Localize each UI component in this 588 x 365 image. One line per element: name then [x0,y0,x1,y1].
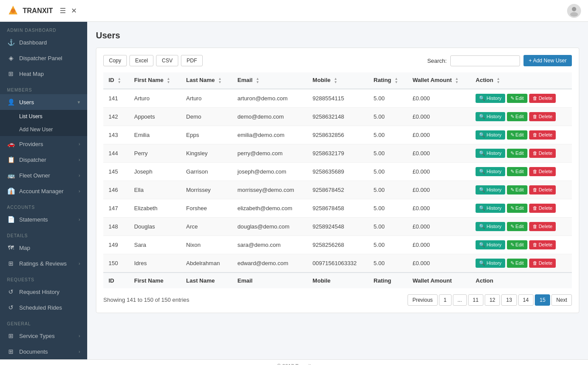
sidebar-item-fleet-owner[interactable]: 🚌 Fleet Owner › [0,167,87,183]
cell-email: douglas@demo.com [232,217,307,235]
delete-button[interactable]: 🗑 Delete [529,130,556,140]
page-button-14[interactable]: 14 [518,294,534,306]
sidebar-item-request-history[interactable]: ↺ Request History [0,284,87,300]
table-row: 149 Sara Nixon sara@demo.com 9258256268 … [103,235,572,254]
cell-wallet-amount: £0.000 [407,235,470,254]
topbar-left: TRANXIT ☰ ✕ [7,5,77,17]
close-icon[interactable]: ✕ [71,7,77,15]
sidebar-sub-add-user[interactable]: Add New User [0,123,87,136]
history-button[interactable]: 🔍 History [476,149,505,158]
edit-button[interactable]: ✎ Edit [507,130,527,140]
sidebar-item-scheduled-rides[interactable]: ↺ Scheduled Rides [0,300,87,315]
sidebar-item-users[interactable]: 👤 Users ▾ [0,94,87,110]
history-button[interactable]: 🔍 History [476,222,505,231]
sidebar-item-heat-map[interactable]: ⊞ Heat Map [0,66,87,82]
cell-wallet-amount: £0.000 [407,254,470,273]
sidebar-label-request-history: Request History [19,289,59,295]
sidebar-item-statements[interactable]: 📄 Statements › [0,211,87,227]
delete-button[interactable]: 🗑 Delete [529,204,556,213]
cell-id: 147 [103,199,129,217]
edit-button[interactable]: ✎ Edit [507,259,527,268]
documents-icon: ⊞ [7,348,15,355]
history-button[interactable]: 🔍 History [476,167,505,176]
search-input[interactable] [450,55,520,66]
cell-first-name: Idres [129,254,181,273]
table-row: 150 Idres Abdelrahman edward@demo.com 00… [103,254,572,273]
sidebar-item-dispatcher[interactable]: 📋 Dispatcher › [0,152,87,167]
sidebar-item-dashboard[interactable]: ⚓ Dashboard [0,34,87,50]
history-button[interactable]: 🔍 History [476,259,505,268]
ratings-icon: ⊞ [7,260,15,267]
table-row: 148 Douglas Arce douglas@demo.com 925892… [103,217,572,235]
topbar-right [567,4,581,18]
page-button-15[interactable]: 15 [535,294,550,306]
edit-button[interactable]: ✎ Edit [507,94,527,103]
sidebar-item-map[interactable]: 🗺 Map [0,240,87,256]
users-table-wrap: ID ▲▼ First Name ▲▼ Last Name ▲▼ Email ▲… [103,72,572,288]
cell-wallet-amount: £0.000 [407,199,470,217]
edit-button[interactable]: ✎ Edit [507,222,527,231]
edit-button[interactable]: ✎ Edit [507,149,527,158]
page-button-13[interactable]: 13 [501,294,517,306]
delete-button[interactable]: 🗑 Delete [529,259,556,268]
cell-first-name: Arturo [129,89,181,108]
delete-button[interactable]: 🗑 Delete [529,149,556,158]
delete-button[interactable]: 🗑 Delete [529,112,556,121]
providers-chevron: › [78,141,80,147]
footer-col-id: ID [103,273,129,288]
footer-col-rating: Rating [368,273,407,288]
cell-mobile: 00971561063332 [307,254,368,273]
sidebar-item-ratings-reviews[interactable]: ⊞ Ratings & Reviews › [0,256,87,271]
cell-email: emilia@demo.com [232,126,307,144]
sidebar-item-service-types[interactable]: ⊞ Service Types › [0,328,87,344]
page-button-...[interactable]: ... [453,294,467,306]
menu-icon[interactable]: ☰ [60,7,66,15]
page-button-12[interactable]: 12 [485,294,500,306]
delete-button[interactable]: 🗑 Delete [529,222,556,231]
add-new-user-button[interactable]: + Add New User [523,55,572,66]
delete-button[interactable]: 🗑 Delete [529,185,556,194]
history-button[interactable]: 🔍 History [476,185,505,194]
edit-button[interactable]: ✎ Edit [507,240,527,249]
sidebar-item-documents[interactable]: ⊞ Documents › [0,344,87,359]
copy-button[interactable]: Copy [103,55,127,66]
excel-button[interactable]: Excel [129,55,153,66]
avatar-icon [568,5,580,17]
sidebar-sub-list-users[interactable]: List Users [0,110,87,123]
history-button[interactable]: 🔍 History [476,94,505,103]
svg-point-1 [11,9,15,13]
sidebar-item-account-manager[interactable]: 👔 Account Manager › [0,183,87,199]
previous-page-button[interactable]: Previous [408,294,438,306]
cell-last-name: Arce [181,217,232,235]
edit-button[interactable]: ✎ Edit [507,185,527,194]
cell-email: edward@demo.com [232,254,307,273]
cell-id: 148 [103,217,129,235]
cell-id: 144 [103,144,129,162]
dashboard-icon: ⚓ [7,39,15,46]
page-button-1[interactable]: 1 [439,294,452,306]
edit-button[interactable]: ✎ Edit [507,112,527,121]
edit-button[interactable]: ✎ Edit [507,167,527,176]
sidebar-item-dispatcher-panel[interactable]: ◈ Dispatcher Panel [0,50,87,66]
delete-button[interactable]: 🗑 Delete [529,240,556,249]
pdf-button[interactable]: PDF [181,55,203,66]
delete-button[interactable]: 🗑 Delete [529,167,556,176]
csv-button[interactable]: CSV [156,55,178,66]
sidebar-item-providers[interactable]: 🚗 Providers › [0,136,87,152]
cell-wallet-amount: £0.000 [407,89,470,108]
sidebar-label-ratings: Ratings & Reviews [19,260,67,267]
users-icon: 👤 [7,99,15,106]
history-button[interactable]: 🔍 History [476,240,505,249]
history-button[interactable]: 🔍 History [476,130,505,140]
cell-mobile: 9258924548 [307,217,368,235]
next-page-button[interactable]: Next [551,294,572,306]
avatar [567,4,581,18]
cell-wallet-amount: £0.000 [407,126,470,144]
cell-rating: 5.00 [368,126,407,144]
history-button[interactable]: 🔍 History [476,112,505,121]
delete-button[interactable]: 🗑 Delete [529,94,556,103]
table-footer-row: ID First Name Last Name Email Mobile Rat… [103,273,572,288]
history-button[interactable]: 🔍 History [476,204,505,213]
edit-button[interactable]: ✎ Edit [507,204,527,213]
page-button-11[interactable]: 11 [468,294,483,306]
